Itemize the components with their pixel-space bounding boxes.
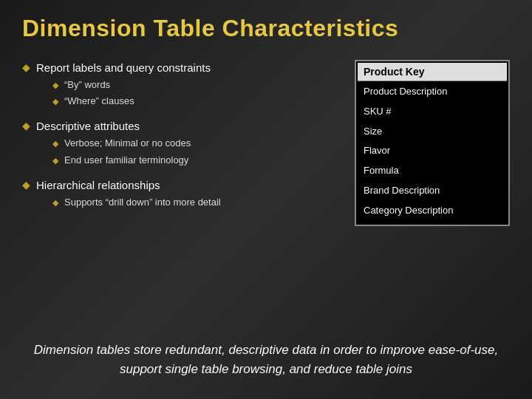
table-cell-2: Size	[358, 123, 507, 141]
table-cell-3: Flavor	[358, 142, 507, 160]
bullet-2: ◆ Descriptive attributes ◆ Verbose; Mini…	[22, 118, 340, 169]
table-row: Brand Description	[358, 182, 507, 200]
sub-item-1-2: ◆ “Where” clauses	[52, 95, 211, 108]
slide-title: Dimension Table Characteristics	[22, 15, 510, 42]
sub-icon-1-2: ◆	[52, 97, 58, 106]
sub-icon-3-1: ◆	[52, 198, 58, 208]
table-row: Category Description	[358, 202, 507, 223]
sub-text-2-1: Verbose; Minimal or no codes	[64, 137, 191, 150]
content-area: ◆ Report labels and query constraints ◆ …	[22, 60, 510, 226]
sub-items-2: ◆ Verbose; Minimal or no codes ◆ End use…	[52, 137, 191, 166]
sub-item-2-2: ◆ End user familiar terminology	[52, 154, 191, 167]
sub-text-1-2: “Where” clauses	[64, 95, 134, 108]
product-key-table: Product Key Product Description SKU # Si…	[355, 60, 510, 226]
table-cell-5: Brand Description	[358, 182, 507, 200]
table-body: Product Description SKU # Size Flavor Fo…	[358, 83, 507, 223]
bullet-3-text: Hierarchical relationships	[36, 179, 160, 191]
table-cell-6: Category Description	[358, 202, 507, 223]
table-row: Formula	[358, 162, 507, 180]
bullet-1: ◆ Report labels and query constraints ◆ …	[22, 60, 340, 111]
table-row: SKU #	[358, 103, 507, 121]
sub-item-3-1: ◆ Supports “drill down” into more detail	[52, 196, 221, 209]
table-cell-1: SKU #	[358, 103, 507, 121]
sub-text-2-2: End user familiar terminology	[64, 154, 188, 167]
table-row: Product Description	[358, 83, 507, 101]
sub-icon-2-1: ◆	[52, 139, 58, 149]
table-row: Size	[358, 123, 507, 141]
sub-items-3: ◆ Supports “drill down” into more detail	[52, 196, 221, 209]
sub-items-1: ◆ “By” words ◆ “Where” clauses	[52, 78, 211, 108]
bullet-1-text: Report labels and query constraints	[36, 61, 211, 74]
sub-text-1-1: “By” words	[64, 78, 110, 92]
sub-item-1-1: ◆ “By” words	[52, 78, 211, 92]
table-cell-4: Formula	[358, 162, 507, 180]
bullet-2-text: Descriptive attributes	[36, 120, 140, 132]
bottom-text: Dimension tables store redundant, descri…	[22, 341, 510, 378]
slide: Dimension Table Characteristics ◆ Report…	[0, 0, 532, 399]
bullet-3: ◆ Hierarchical relationships ◆ Supports …	[22, 177, 340, 212]
sub-item-2-1: ◆ Verbose; Minimal or no codes	[52, 137, 191, 150]
table-header: Product Key	[358, 63, 507, 81]
bullet-icon-3: ◆	[22, 179, 30, 191]
right-content: Product Key Product Description SKU # Si…	[355, 60, 510, 226]
table-cell-0: Product Description	[358, 83, 507, 101]
bullet-icon-1: ◆	[22, 61, 30, 73]
sub-text-3-1: Supports “drill down” into more detail	[64, 196, 221, 209]
table-row: Flavor	[358, 142, 507, 160]
left-content: ◆ Report labels and query constraints ◆ …	[22, 60, 340, 219]
bullet-icon-2: ◆	[22, 120, 30, 132]
sub-icon-1-1: ◆	[52, 81, 58, 90]
sub-icon-2-2: ◆	[52, 156, 58, 166]
